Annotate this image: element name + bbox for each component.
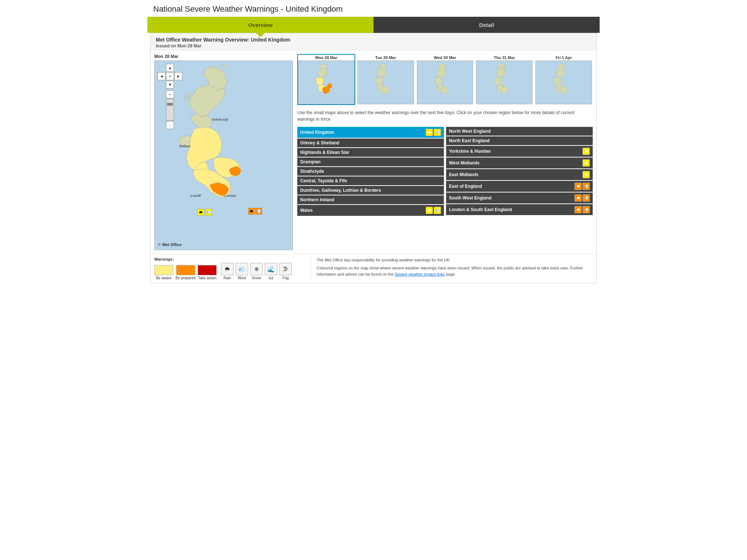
warn-icon-rain: 🌧 [426,129,433,136]
region-name-left-1: Orkney & Shetland [300,140,339,145]
region-right-5[interactable]: East of England🌧💨 [446,181,593,192]
mini-map-2 [417,61,473,104]
map-warning-icon-sw: 🌧 [197,209,204,215]
london-label: London [224,194,236,198]
met-office-text: Met Office [162,242,182,247]
pan-down-button[interactable]: ▼ [166,81,174,89]
pan-left-button[interactable]: ◄ [158,72,166,80]
day-thumb-3[interactable]: Thu 31 Mar [475,54,533,105]
zoom-in-button[interactable]: + [166,90,174,98]
map-label: Mon 28 Mar [154,54,293,59]
main-map[interactable]: ▲ ◄ ● ► ▼ + [154,61,293,250]
region-col-left: United Kingdom🌧💨Orkney & ShetlandHighlan… [297,127,444,217]
region-left-4[interactable]: Strathclyde [297,167,444,176]
svg-rect-9 [311,62,342,102]
region-left-6[interactable]: Dumfries, Galloway, Lothian & Borders [297,186,444,195]
warn-icon-right-wind: 💨 [582,183,590,190]
day-thumb-4[interactable]: Fri 1 Apr [535,54,593,105]
day-thumb-2[interactable]: Wed 30 Mar [416,54,474,105]
region-name-right-4: East Midlands [449,172,479,177]
region-name-right-1: North East England [449,138,489,143]
day-thumb-label-1: Tue 29 Mar [357,55,414,61]
region-left-0[interactable]: United Kingdom🌧💨 [297,127,444,138]
warn-icon-wind: 💨 [434,207,441,214]
region-name-left-6: Dumfries, Galloway, Lothian & Borders [300,188,381,193]
zoom-out-button[interactable]: - [166,121,174,129]
legend-icon-label-2: Snow [252,276,261,280]
legend-text-yellow: Be aware [156,276,171,280]
legend-label: Warnings: [154,257,307,261]
warn-icon-right-rain: 🌧 [574,194,582,202]
region-right-4[interactable]: East Midlands🌧 [446,169,593,180]
legend-icon-box-1: 💨 [236,263,248,275]
overview-title: Met Office Weather Warning Overview: Uni… [156,37,591,43]
content-header: Met Office Weather Warning Overview: Uni… [151,33,596,50]
day-thumb-label-3: Thu 31 Mar [476,55,533,61]
region-left-5[interactable]: Central, Tayside & Fife [297,176,444,185]
instructions: Use the small maps above to select the w… [297,109,593,122]
info-text-2: Coloured regions on the map show where s… [317,265,593,278]
legend-section: Warnings: Be aware Be prepared Take acti… [154,257,307,280]
met-office-logo: ≋ Met Office [158,242,182,247]
tab-overview[interactable]: Overview [147,17,374,33]
region-name-left-4: Strathclyde [300,169,324,174]
tab-bar: Overview Detail [147,17,600,33]
map-section: Mon 28 Mar ▲ ◄ ● ► ▼ [154,54,293,250]
svg-rect-13 [548,62,579,102]
region-icons-right-7: 🌧💨 [574,206,590,213]
day-thumbnails: Mon 28 Mar Tue 29 Mar Wed 30 Mar Thu 31 … [297,54,593,105]
region-left-3[interactable]: Grampian [297,158,444,166]
svg-text:💨: 💨 [206,210,211,215]
legend-text-red: Take action [198,276,217,280]
region-left-1[interactable]: Orkney & Shetland [297,139,444,147]
legend-icon-label-1: Wind [238,276,246,280]
main-content: Met Office Weather Warning Overview: Uni… [150,33,597,283]
edinburgh-label: Edinburgh [212,118,228,122]
region-right-6[interactable]: South West England🌧💨 [446,192,593,203]
legend-icon-label-0: Rain [224,276,231,280]
region-icons-right-3: 🌧 [582,159,590,167]
pan-right-button[interactable]: ► [174,72,182,80]
warn-icon-right-rain: 🌧 [582,159,590,167]
warn-icon-rain: 🌧 [426,207,433,214]
region-right-0[interactable]: North West England [446,127,593,136]
pan-controls: ▲ ◄ ● ► ▼ [158,64,182,89]
legend-icon-box-3: 🌊 [265,263,277,275]
content-body: Mon 28 Mar ▲ ◄ ● ► ▼ [151,50,596,254]
info-text-1: The Met Office has responsibility for pr… [317,257,593,264]
pan-up-button[interactable]: ▲ [166,64,174,72]
legend-orange: Be prepared [175,265,196,280]
day-thumb-label-0: Mon 28 Mar [298,55,355,61]
region-left-2[interactable]: Highlands & Eilean Siar [297,148,444,157]
region-right-3[interactable]: West Midlands🌧 [446,158,593,168]
map-warning-icon-sw2: 💨 [205,209,212,215]
region-icons-left-0: 🌧💨 [426,129,441,136]
legend-icon-group: 🌧Rain💨Wind❄Snow🌊Ice🌫Fog [221,263,292,280]
tab-detail[interactable]: Detail [374,17,600,33]
zoom-bar[interactable] [166,99,174,121]
region-name-left-0: United Kingdom [300,130,334,135]
region-icons-right-5: 🌧💨 [574,183,590,190]
impact-links[interactable]: Severe weather impact links [395,272,445,276]
page-title: National Severe Weather Warnings - Unite… [147,0,600,17]
region-icons-right-2: 🌧 [582,148,590,155]
warn-icon-right-rain: 🌧 [582,171,590,178]
mini-map-0 [298,61,355,104]
right-section: Mon 28 Mar Tue 29 Mar Wed 30 Mar Thu 31 … [297,54,593,250]
svg-text:🌧: 🌧 [249,209,253,213]
legend-text-orange: Be prepared [175,276,196,280]
region-name-right-6: South West England [449,195,491,201]
region-table: United Kingdom🌧💨Orkney & ShetlandHighlan… [297,127,593,217]
day-thumb-0[interactable]: Mon 28 Mar [297,54,355,105]
region-name-left-5: Central, Tayside & Fife [300,178,347,183]
day-thumb-1[interactable]: Tue 29 Mar [357,54,415,105]
legend-swatch-yellow [154,265,173,275]
legend-icon-box-0: 🌧 [221,263,233,275]
pan-home-button[interactable]: ● [166,72,174,80]
warn-icon-right-wind: 💨 [582,194,590,202]
region-right-2[interactable]: Yorkshire & Humber🌧 [446,146,593,157]
region-left-8[interactable]: Wales🌧💨 [297,205,444,216]
region-left-7[interactable]: Northern Ireland [297,195,444,204]
region-right-1[interactable]: North East England [446,136,593,145]
region-right-7[interactable]: London & South East England🌧💨 [446,204,593,215]
